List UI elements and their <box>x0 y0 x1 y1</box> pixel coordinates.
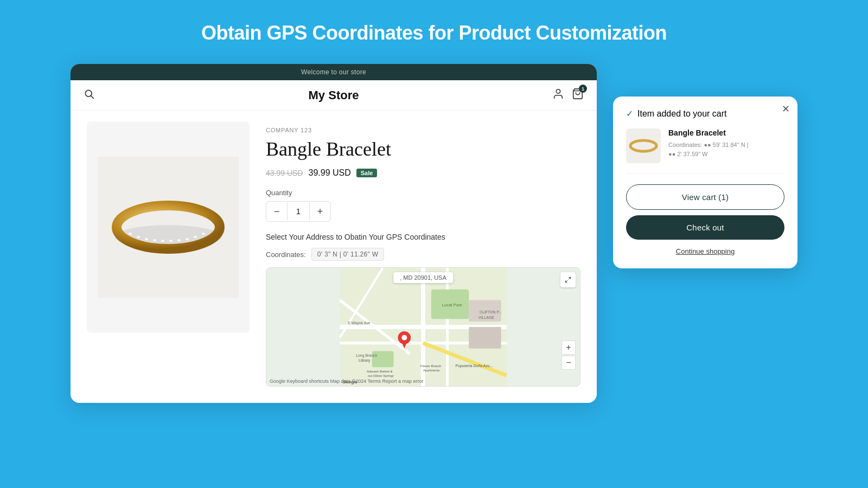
svg-point-12 <box>169 240 173 242</box>
popup-item-name: Bangle Bracelet <box>668 129 784 137</box>
svg-text:CLIFTON P...: CLIFTON P... <box>480 310 502 314</box>
svg-text:Adarash Market &: Adarash Market & <box>367 370 393 373</box>
product-details: COMPANY 123 Bangle Bracelet 43.99 USD 39… <box>266 121 580 387</box>
price-sale: 39.99 USD <box>308 168 350 178</box>
popup-item-coords-line2: ●● 2' 37.59" W <box>668 150 784 159</box>
map-zoom-controls: + − <box>561 341 576 370</box>
map-zoom-out-button[interactable]: − <box>561 356 576 370</box>
coordinates-label: Coordinates: <box>266 251 306 259</box>
svg-rect-29 <box>469 327 501 349</box>
svg-point-13 <box>177 239 181 241</box>
search-icon[interactable] <box>84 88 94 102</box>
svg-point-2 <box>556 89 560 93</box>
svg-text:Flower Branch: Flower Branch <box>420 364 441 368</box>
product-vendor: COMPANY 123 <box>266 127 580 133</box>
svg-point-7 <box>129 233 132 235</box>
svg-point-31 <box>401 335 407 341</box>
cart-badge: 1 <box>579 85 587 93</box>
svg-text:Apartments: Apartments <box>423 369 439 372</box>
svg-point-9 <box>145 238 148 240</box>
product-title: Bangle Bracelet <box>266 138 580 160</box>
product-area: COMPANY 123 Bangle Bracelet 43.99 USD 39… <box>71 111 597 403</box>
store-window: Welcome to our store My Store <box>71 64 597 403</box>
popup-added-text: Item added to your cart <box>637 109 727 119</box>
popup-item: Bangle Bracelet Coordinates: ●● 59' 31.8… <box>626 129 784 174</box>
popup-item-coords-line1: Coordinates: ●● 59' 31.84" N | <box>668 140 784 150</box>
nav-icons: 1 <box>552 88 584 102</box>
svg-line-44 <box>569 278 571 280</box>
coordinates-row: Coordinates: 0' 3" N | 0' 11.26" W <box>266 248 580 261</box>
svg-text:Pupuseria Doña Azu...: Pupuseria Doña Azu... <box>455 364 493 368</box>
map-attribution: Google Keyboard shortcuts Map data ©2024… <box>270 378 424 384</box>
svg-text:VILLAGE: VILLAGE <box>478 316 494 319</box>
store-nav: My Store 1 <box>71 80 597 111</box>
product-image <box>87 121 250 333</box>
popup-item-image <box>626 129 661 163</box>
sale-badge: Sale <box>356 169 378 177</box>
quantity-label: Quantity <box>266 189 580 197</box>
cart-icon[interactable]: 1 <box>572 88 584 102</box>
close-button[interactable]: ✕ <box>782 104 790 114</box>
continue-shopping-button[interactable]: Continue shopping <box>626 247 784 255</box>
quantity-value: 1 <box>287 203 310 220</box>
map-expand-button[interactable] <box>560 272 576 287</box>
coordinates-value: 0' 3" N | 0' 11.26" W <box>311 248 385 261</box>
svg-text:E Wayne Ave: E Wayne Ave <box>348 321 370 325</box>
svg-line-1 <box>91 96 94 99</box>
svg-text:Library: Library <box>359 358 371 363</box>
svg-point-14 <box>186 238 189 240</box>
cart-popup: ✕ ✓ Item added to your cart Bangle Brace… <box>613 97 797 268</box>
price-original: 43.99 USD <box>266 169 303 177</box>
quantity-control: − 1 + <box>266 201 331 222</box>
store-banner: Welcome to our store <box>71 64 597 80</box>
product-pricing: 43.99 USD 39.99 USD Sale <box>266 168 580 178</box>
svg-point-11 <box>161 240 164 242</box>
address-label: Select Your Address to Obatin Your GPS C… <box>266 233 580 241</box>
svg-point-15 <box>194 236 197 238</box>
popup-item-info: Bangle Bracelet Coordinates: ●● 59' 31.8… <box>668 129 784 163</box>
svg-point-8 <box>137 236 140 238</box>
account-icon[interactable] <box>552 88 564 102</box>
map-zoom-in-button[interactable]: + <box>561 341 576 355</box>
view-cart-button[interactable]: View cart (1) <box>626 184 784 210</box>
quantity-plus-button[interactable]: + <box>310 202 330 221</box>
svg-point-10 <box>153 239 156 241</box>
map-container[interactable]: Local Park CLIFTON P... <box>266 267 580 387</box>
svg-line-45 <box>566 280 568 282</box>
svg-text:Local Park: Local Park <box>442 303 462 307</box>
svg-text:out (Silver Spring): out (Silver Spring) <box>368 374 394 377</box>
page-title: Obtain GPS Coordinates for Product Custo… <box>201 22 667 44</box>
check-icon: ✓ <box>626 108 633 119</box>
popup-header: ✓ Item added to your cart <box>626 108 784 119</box>
svg-text:Long Branch: Long Branch <box>356 354 377 358</box>
checkout-button[interactable]: Check out <box>626 215 784 240</box>
quantity-minus-button[interactable]: − <box>266 202 287 221</box>
store-brand: My Store <box>309 88 359 102</box>
main-container: Welcome to our store My Store <box>71 64 797 403</box>
svg-point-16 <box>202 233 205 235</box>
map-address-bar: , MD 20901, USA <box>393 272 453 283</box>
